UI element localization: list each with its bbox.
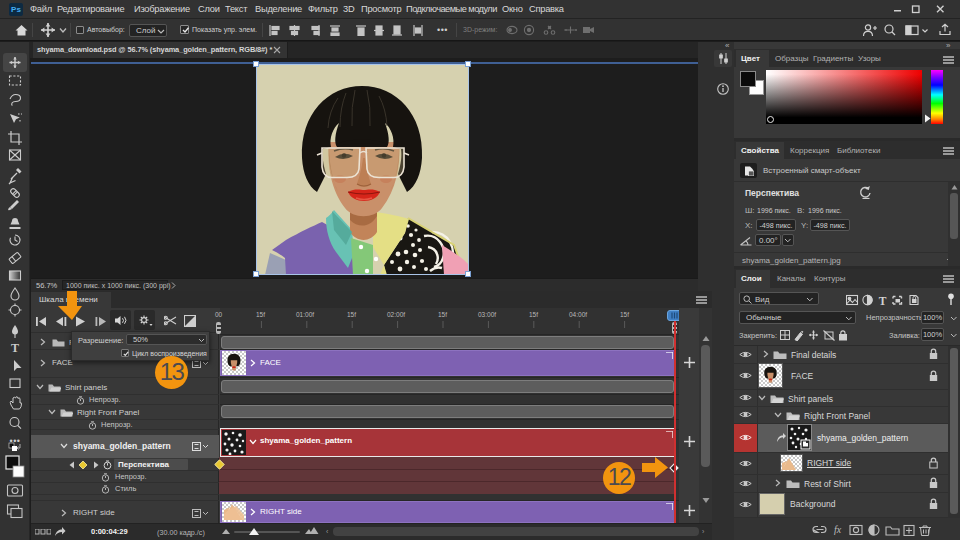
svg-text:fx: fx <box>834 524 842 535</box>
svg-text:T: T <box>11 341 19 355</box>
svg-text:T: T <box>879 295 887 307</box>
